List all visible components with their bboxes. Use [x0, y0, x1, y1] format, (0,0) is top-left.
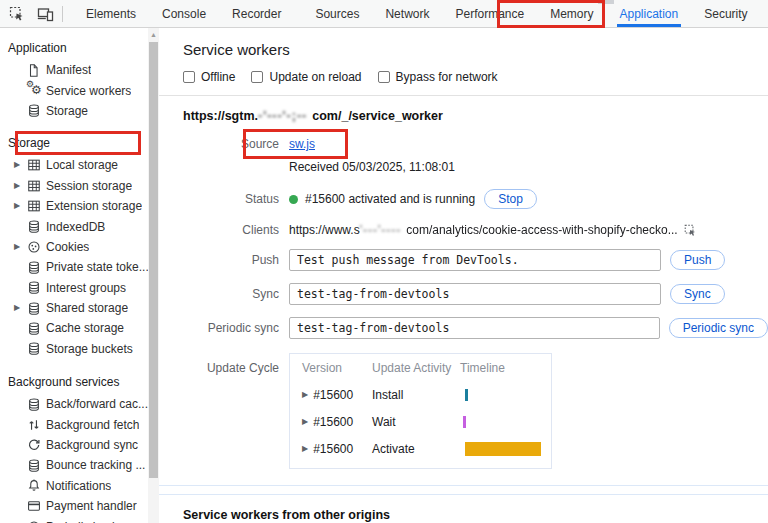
source-link[interactable]: sw.js: [289, 137, 315, 151]
toolbar-separator: [62, 6, 63, 22]
sidebar-section-storage: Storage: [0, 129, 148, 155]
sidebar-item-cookies[interactable]: ▶ Cookies: [0, 237, 148, 257]
expand-arrow-icon[interactable]: ▶: [14, 202, 27, 210]
push-input[interactable]: [289, 249, 661, 271]
expand-arrow-icon[interactable]: ▶: [302, 444, 308, 453]
database-icon: [27, 260, 46, 275]
sidebar-item-shared-storage[interactable]: ▶ Shared storage: [0, 298, 148, 318]
table-row: ▶#15600 Wait: [290, 408, 551, 435]
offline-label: Offline: [201, 70, 235, 84]
sidebar-item-label: Service workers: [46, 84, 131, 98]
clients-row: Clients https://www.s'---'----com/analyt…: [159, 223, 768, 237]
sync-label: Sync: [159, 287, 289, 301]
devtools-window: Elements Console Recorder Sources Networ…: [0, 0, 768, 523]
sidebar-item-payment-handler[interactable]: Payment handler: [0, 496, 148, 516]
sidebar-item-background-fetch[interactable]: Background fetch: [0, 414, 148, 434]
timeline-bar-activate: [465, 442, 541, 456]
table-icon: [27, 179, 46, 193]
tab-performance[interactable]: Performance: [442, 0, 537, 27]
col-version: Version: [302, 361, 372, 375]
scrollbar-thumb[interactable]: [149, 42, 158, 478]
update-cycle-table: Version Update Activity Timeline ▶#15600…: [289, 353, 552, 469]
expand-arrow-icon[interactable]: ▶: [14, 304, 27, 312]
tab-recorder[interactable]: Recorder: [219, 0, 294, 27]
sidebar-item-label: Periodic backgro...: [46, 520, 145, 523]
expand-arrow-icon[interactable]: ▶: [14, 161, 27, 169]
sidebar-item-label: Back/forward cac...: [46, 397, 148, 411]
sync-input[interactable]: [289, 283, 661, 305]
status-text: #15600 activated and is running: [305, 192, 475, 206]
periodic-sync-input[interactable]: [289, 317, 660, 339]
expand-arrow-icon[interactable]: ▶: [14, 182, 27, 190]
device-toolbar-icon[interactable]: [34, 3, 56, 25]
sidebar-item-storage[interactable]: Storage: [0, 101, 148, 121]
sidebar-item-indexeddb[interactable]: IndexedDB: [0, 216, 148, 236]
sidebar-item-periodic-background-sync[interactable]: Periodic backgro...: [0, 516, 148, 523]
service-worker-origin: https://sgtm.-'---'-;--com/_/service_wor…: [159, 96, 768, 125]
expand-arrow-icon[interactable]: ▶: [302, 417, 308, 426]
update-cycle-row: Update Cycle Version Update Activity Tim…: [159, 353, 768, 469]
database-icon: [27, 103, 46, 118]
sidebar-item-extension-storage[interactable]: ▶ Extension storage: [0, 196, 148, 216]
sidebar-item-cache-storage[interactable]: Cache storage: [0, 318, 148, 338]
sync-icon: [27, 438, 46, 452]
tab-application[interactable]: Application: [607, 0, 692, 27]
offline-checkbox[interactable]: [183, 71, 195, 83]
sidebar-item-label: Payment handler: [46, 499, 137, 513]
sidebar-item-private-state-tokens[interactable]: Private state toke...: [0, 257, 148, 277]
tab-sources[interactable]: Sources: [302, 0, 372, 27]
bypass-for-network-label: Bypass for network: [396, 70, 498, 84]
sidebar-item-service-workers[interactable]: ⚙⚙ Service workers: [0, 80, 148, 100]
clock-icon: [27, 520, 46, 523]
tab-console[interactable]: Console: [149, 0, 219, 27]
database-icon: [27, 321, 46, 336]
table-icon: [27, 199, 46, 213]
tab-memory[interactable]: Memory: [537, 0, 606, 27]
tab-elements[interactable]: Elements: [73, 0, 149, 27]
sidebar-scrollbar[interactable]: ▲: [148, 28, 159, 523]
scrollbar-up-arrow-icon[interactable]: ▲: [148, 30, 159, 40]
sidebar-item-label: Manifest: [46, 63, 91, 77]
received-timestamp: Received 05/03/2025, 11:08:01: [289, 160, 455, 174]
tab-security[interactable]: Security: [691, 0, 760, 27]
sidebar-item-local-storage[interactable]: ▶ Local storage: [0, 155, 148, 175]
file-icon: [27, 63, 46, 78]
update-on-reload-checkbox-wrap: Update on reload: [251, 70, 361, 84]
sidebar-item-bounce-tracking[interactable]: Bounce tracking ...: [0, 455, 148, 475]
application-panel-sidebar: Application Manifest ⚙⚙ Service workers …: [0, 28, 148, 523]
sidebar-item-label: IndexedDB: [46, 220, 105, 234]
sidebar-item-storage-buckets[interactable]: Storage buckets: [0, 339, 148, 359]
source-row: Source sw.js: [159, 137, 768, 151]
periodic-sync-button[interactable]: Periodic sync: [669, 318, 768, 338]
col-update-activity: Update Activity: [372, 361, 460, 375]
sidebar-item-notifications[interactable]: Notifications: [0, 476, 148, 496]
periodic-sync-row: Periodic sync Periodic sync: [159, 317, 768, 339]
sidebar-item-back-forward-cache[interactable]: Back/forward cac...: [0, 394, 148, 414]
push-button[interactable]: Push: [670, 250, 725, 270]
bypass-for-network-checkbox[interactable]: [378, 71, 390, 83]
cookie-icon: [27, 240, 46, 254]
sidebar-item-session-storage[interactable]: ▶ Session storage: [0, 176, 148, 196]
sidebar-item-label: Background fetch: [46, 418, 139, 432]
status-label: Status: [159, 192, 289, 206]
sync-button[interactable]: Sync: [670, 284, 725, 304]
update-on-reload-checkbox[interactable]: [251, 71, 263, 83]
sidebar-item-manifest[interactable]: Manifest: [0, 60, 148, 80]
status-green-dot: [289, 195, 298, 204]
page-title: Service workers: [159, 28, 768, 58]
sidebar-item-background-sync[interactable]: Background sync: [0, 435, 148, 455]
sidebar-item-label: Cookies: [46, 240, 89, 254]
expand-arrow-icon[interactable]: ▶: [14, 243, 27, 251]
sidebar-section-background-services: Background services: [0, 368, 148, 394]
expand-arrow-icon[interactable]: ▶: [302, 390, 308, 399]
sidebar-item-interest-groups[interactable]: Interest groups: [0, 278, 148, 298]
table-row: ▶#15600 Install: [290, 381, 551, 408]
tab-network[interactable]: Network: [372, 0, 442, 27]
client-url: https://www.s'---'----com/analytics/cook…: [289, 223, 678, 237]
sidebar-item-label: Storage: [46, 104, 88, 118]
focus-client-icon[interactable]: [684, 224, 697, 237]
service-workers-panel: Service workers Offline Update on reload…: [159, 28, 768, 523]
card-icon: [27, 499, 46, 513]
stop-button[interactable]: Stop: [484, 189, 537, 209]
inspect-element-icon[interactable]: [6, 3, 28, 25]
